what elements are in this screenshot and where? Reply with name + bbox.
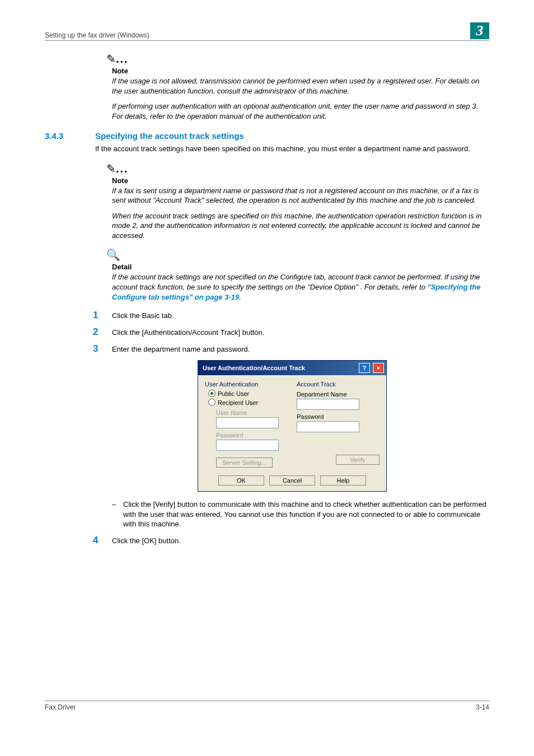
detail-label: Detail xyxy=(112,263,489,271)
detail-post: . xyxy=(239,293,241,301)
note2-p2: When the account track settings are spec… xyxy=(112,211,489,241)
password-input-right[interactable] xyxy=(297,421,359,432)
server-setting-button[interactable]: Server Setting... xyxy=(216,458,273,468)
section-title: Specifying the account track settings xyxy=(95,131,244,141)
verify-button[interactable]: Verify xyxy=(336,455,380,465)
section-intro: If the account track settings have been … xyxy=(95,144,489,154)
note1-p2: If performing user authentication with a… xyxy=(112,101,489,121)
password-input-left[interactable] xyxy=(216,440,279,451)
recipient-user-label: Recipient User xyxy=(218,399,258,406)
step-number-1: 1 xyxy=(93,310,112,321)
account-track-heading: Account Track xyxy=(297,381,380,388)
step-1-text: Click the Basic tab. xyxy=(112,311,174,320)
help-icon[interactable]: ? xyxy=(359,363,370,373)
step-number-3: 3 xyxy=(93,343,112,354)
note-label: Note xyxy=(112,67,489,75)
detail-text: If the account track settings are not sp… xyxy=(112,272,489,302)
username-label: User Name xyxy=(216,409,288,416)
note1-p1: If the usage is not allowed, transmissio… xyxy=(112,76,489,96)
recipient-user-radio[interactable] xyxy=(208,399,216,406)
footer-right: 3-14 xyxy=(476,703,489,711)
step-number-2: 2 xyxy=(93,326,112,338)
step3-sub: Click the [Verify] button to communicate… xyxy=(123,500,489,529)
detail-pre: If the account track settings are not sp… xyxy=(112,273,480,291)
note-icon: ✎... xyxy=(106,52,489,66)
note2-p1: If a fax is sent using a department name… xyxy=(112,186,489,206)
section-number: 3.4.3 xyxy=(45,131,95,141)
step-number-4: 4 xyxy=(93,535,112,546)
close-icon[interactable]: × xyxy=(373,363,384,373)
public-user-radio[interactable] xyxy=(208,390,216,397)
dept-name-input[interactable] xyxy=(297,399,359,410)
magnify-icon: 🔍 xyxy=(106,248,489,262)
dept-name-label: Department Name xyxy=(297,391,380,398)
help-button[interactable]: Help xyxy=(320,475,366,486)
dash-bullet: – xyxy=(112,500,123,529)
public-user-label: Public User xyxy=(218,390,249,397)
username-input[interactable] xyxy=(216,417,279,428)
dialog-title-text: User Authentication/Account Track xyxy=(203,365,305,371)
footer-left: Fax Driver xyxy=(45,703,76,711)
step-4-text: Click the [OK] button. xyxy=(112,536,181,545)
note-icon: ✎... xyxy=(106,162,489,175)
step-2-text: Click the [Authentication/Account Track]… xyxy=(112,328,264,337)
ok-button[interactable]: OK xyxy=(218,475,264,486)
password-label-left: Password xyxy=(216,432,288,438)
user-auth-heading: User Authentication xyxy=(205,381,288,388)
cancel-button[interactable]: Cancel xyxy=(269,475,315,486)
note-label: Note xyxy=(112,176,489,185)
password-label-right: Password xyxy=(297,413,380,420)
step-3-text: Enter the department name and password. xyxy=(112,345,250,353)
header-left: Setting up the fax driver (Windows) xyxy=(45,31,149,39)
auth-dialog: User Authentication/Account Track ? × Us… xyxy=(198,360,387,492)
chapter-badge: 3 xyxy=(470,22,489,39)
